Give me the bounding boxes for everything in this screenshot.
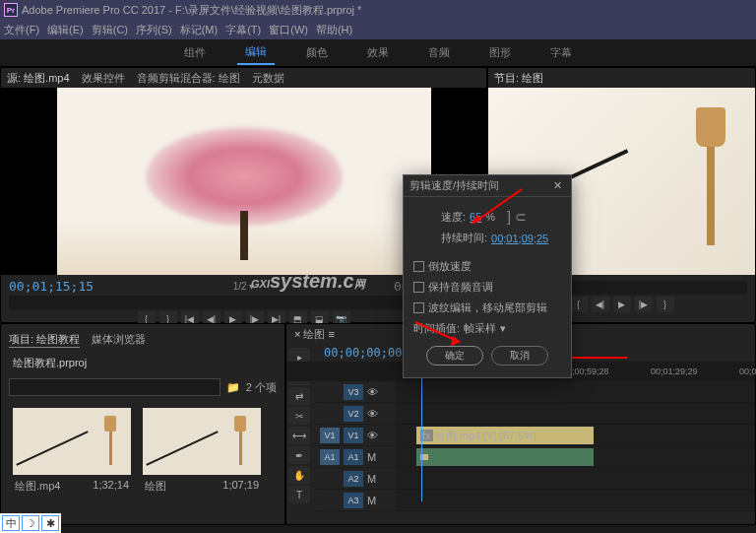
menu-clip[interactable]: 剪辑(C) (92, 23, 128, 37)
prog-mark-in[interactable]: { (570, 297, 588, 312)
ws-tab-graphics[interactable]: 图形 (481, 41, 519, 64)
menu-title[interactable]: 字幕(T) (225, 23, 261, 37)
razor-tool[interactable]: ✂ (288, 407, 310, 425)
prog-mark-out[interactable]: } (657, 297, 674, 312)
ws-tab-color[interactable]: 颜色 (298, 41, 336, 64)
type-tool[interactable]: T (288, 486, 310, 503)
menu-marker[interactable]: 标记(M) (180, 23, 219, 37)
chevron-down-icon[interactable]: ▾ (500, 322, 506, 335)
project-name: 绘图教程.prproj (5, 352, 281, 374)
interp-label: 时间插值: (413, 321, 460, 336)
ws-tab-assembly[interactable]: 组件 (176, 41, 214, 64)
menu-window[interactable]: 窗口(W) (269, 23, 308, 37)
speed-value[interactable]: 65 (470, 211, 481, 223)
window-title: Adobe Premiere Pro CC 2017 - F:\录屏文件\经验视… (22, 3, 361, 18)
pitch-label: 保持音频音调 (428, 280, 493, 295)
project-panel: 项目: 绘图教程 媒体浏览器 绘图教程.prproj 📁 2 个项 绘图.mp4… (0, 323, 285, 525)
pitch-checkbox[interactable] (413, 282, 424, 293)
menu-bar: 文件(F) 编辑(E) 剪辑(C) 序列(S) 标记(M) 字幕(T) 窗口(W… (0, 20, 756, 39)
slip-tool[interactable]: ⟷ (288, 427, 310, 444)
prog-step-fwd[interactable]: |▶ (635, 297, 653, 312)
hand-tool[interactable]: ✋ (288, 466, 310, 484)
title-bar: Pr Adobe Premiere Pro CC 2017 - F:\录屏文件\… (0, 0, 756, 20)
ime-moon-icon[interactable]: ☽ (22, 515, 39, 531)
duration-value[interactable]: 00;01;09;25 (491, 233, 548, 244)
ime-gear-icon[interactable]: ✱ (41, 515, 59, 531)
menu-edit[interactable]: 编辑(E) (47, 23, 84, 37)
sequence-tab[interactable]: × 绘图 ≡ (294, 327, 335, 342)
audio-clip[interactable] (416, 448, 594, 466)
track-a1[interactable]: A1A1M (316, 446, 755, 468)
speed-unit: % (485, 211, 495, 223)
close-icon[interactable]: ✕ (549, 178, 565, 194)
project-tab[interactable]: 项目: 绘图教程 (9, 332, 80, 348)
reverse-checkbox[interactable] (413, 261, 424, 272)
media-browser-tab[interactable]: 媒体浏览器 (92, 332, 146, 348)
ws-tab-editing[interactable]: 编辑 (237, 40, 275, 65)
interp-value[interactable]: 帧采样 (464, 321, 496, 336)
program-tab[interactable]: 节目: 绘图 (494, 71, 543, 86)
ws-tab-audio[interactable]: 音频 (420, 41, 458, 64)
cancel-button[interactable]: 取消 (491, 346, 548, 366)
track-v2[interactable]: V2👁 (316, 403, 755, 425)
reverse-label: 倒放速度 (428, 259, 472, 274)
effect-controls-tab[interactable]: 效果控件 (82, 71, 125, 86)
menu-file[interactable]: 文件(F) (4, 23, 39, 37)
track-v1[interactable]: V1V1👁fx绘图.mp4 [V] [67.5%] (316, 425, 755, 446)
dialog-title: 剪辑速度/持续时间 (410, 178, 499, 193)
ok-button[interactable]: 确定 (426, 346, 483, 366)
menu-help[interactable]: 帮助(H) (316, 23, 352, 37)
app-icon: Pr (4, 3, 18, 17)
workspace-tabs: 组件 编辑 颜色 效果 音频 图形 字幕 (0, 39, 756, 67)
ime-bar: 中 ☽ ✱ (0, 513, 61, 533)
duration-label: 持续时间: (441, 231, 487, 245)
metadata-tab[interactable]: 元数据 (252, 71, 284, 86)
ws-tab-captions[interactable]: 字幕 (542, 41, 580, 64)
track-v3[interactable]: V3👁 (316, 381, 755, 403)
link-icon[interactable]: ] ⊂ (507, 209, 527, 225)
menu-sequence[interactable]: 序列(S) (136, 23, 172, 37)
track-a2[interactable]: A2M (316, 468, 755, 490)
source-tab[interactable]: 源: 绘图.mp4 (7, 71, 70, 86)
speed-label: 速度: (441, 210, 466, 225)
prog-play[interactable]: ▶ (613, 297, 631, 312)
project-item[interactable]: 绘图1;07;19 (143, 408, 261, 498)
ime-lang[interactable]: 中 (2, 515, 20, 531)
project-item[interactable]: 绘图.mp41;32;14 (13, 408, 131, 498)
ripple-tool[interactable]: ⇄ (288, 387, 310, 405)
speed-duration-dialog: 剪辑速度/持续时间 ✕ 速度: 65 % ] ⊂ 持续时间: 00;01;09;… (403, 174, 572, 378)
audio-mixer-tab[interactable]: 音频剪辑混合器: 绘图 (137, 71, 240, 86)
ripple-checkbox[interactable] (413, 302, 424, 313)
source-video-frame (57, 88, 431, 275)
project-search[interactable] (9, 378, 220, 396)
ripple-label: 波纹编辑，移动尾部剪辑 (428, 300, 547, 315)
bin-icon[interactable]: 📁 (226, 381, 240, 394)
prog-step-back[interactable]: ◀| (592, 297, 609, 312)
track-a3[interactable]: A3M (316, 490, 755, 511)
video-clip[interactable]: fx绘图.mp4 [V] [67.5%] (416, 427, 594, 444)
source-timecode-left[interactable]: 00;01;15;15 (9, 279, 94, 294)
pen-tool[interactable]: ✒ (288, 446, 310, 464)
item-count: 2 个项 (246, 380, 277, 395)
ws-tab-effects[interactable]: 效果 (359, 41, 397, 64)
